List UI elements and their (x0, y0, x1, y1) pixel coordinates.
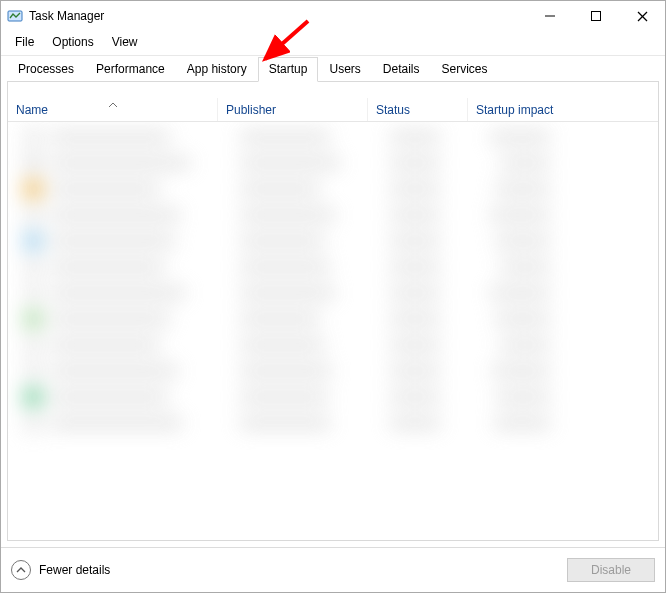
column-startup-impact-label: Startup impact (476, 103, 553, 117)
startup-panel: Name Publisher Status Startup impact (7, 81, 659, 541)
column-name-label: Name (16, 103, 48, 117)
menubar: File Options View (1, 31, 665, 55)
column-startup-impact[interactable]: Startup impact (468, 98, 598, 121)
column-status[interactable]: Status (368, 98, 468, 121)
minimize-button[interactable] (527, 1, 573, 31)
menu-file[interactable]: File (7, 33, 42, 51)
column-name[interactable]: Name (8, 98, 218, 121)
blurred-content (16, 124, 650, 538)
tabstrip: Processes Performance App history Startu… (1, 55, 665, 81)
tab-details[interactable]: Details (372, 57, 431, 82)
app-icon (7, 8, 23, 24)
menu-options[interactable]: Options (44, 33, 101, 51)
sort-ascending-icon (108, 97, 118, 111)
svg-rect-3 (592, 12, 601, 21)
column-publisher[interactable]: Publisher (218, 98, 368, 121)
fewer-details-button[interactable]: Fewer details (11, 560, 110, 580)
titlebar: Task Manager (1, 1, 665, 31)
fewer-details-label: Fewer details (39, 563, 110, 577)
column-headers: Name Publisher Status Startup impact (8, 98, 658, 122)
startup-list[interactable] (8, 122, 658, 540)
disable-button[interactable]: Disable (567, 558, 655, 582)
menu-view[interactable]: View (104, 33, 146, 51)
column-status-label: Status (376, 103, 410, 117)
tab-startup[interactable]: Startup (258, 57, 319, 82)
tab-services[interactable]: Services (431, 57, 499, 82)
window-controls (527, 1, 665, 31)
column-publisher-label: Publisher (226, 103, 276, 117)
chevron-up-icon (11, 560, 31, 580)
tab-users[interactable]: Users (318, 57, 371, 82)
maximize-button[interactable] (573, 1, 619, 31)
window-title: Task Manager (29, 9, 527, 23)
footer: Fewer details Disable (1, 548, 665, 592)
tab-app-history[interactable]: App history (176, 57, 258, 82)
close-button[interactable] (619, 1, 665, 31)
tab-performance[interactable]: Performance (85, 57, 176, 82)
tab-processes[interactable]: Processes (7, 57, 85, 82)
